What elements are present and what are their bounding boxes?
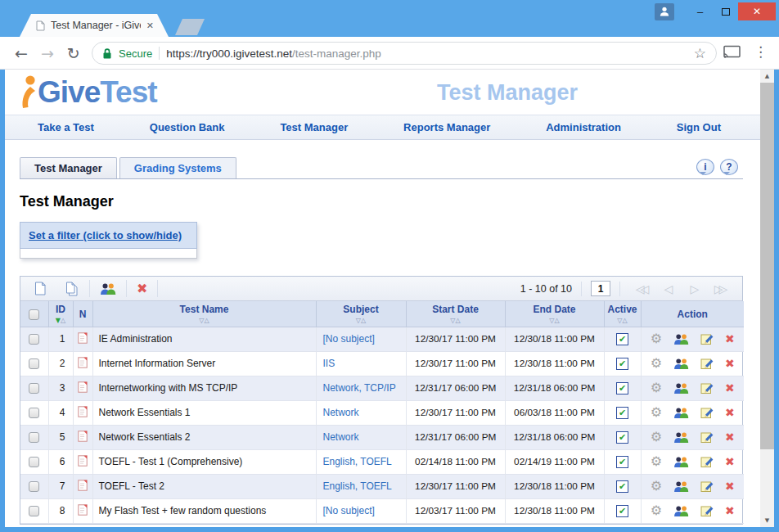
active-checkbox[interactable]: ✔ <box>616 505 628 517</box>
column-subject[interactable]: Subject ▽△ <box>316 301 406 327</box>
sort-asc-icon[interactable]: △ <box>205 317 209 324</box>
assign-users-icon[interactable] <box>673 407 689 419</box>
column-start-date[interactable]: Start Date ▽△ <box>406 301 505 327</box>
edit-icon[interactable] <box>700 431 714 444</box>
cast-icon[interactable] <box>723 45 741 59</box>
profile-button[interactable] <box>655 3 674 20</box>
next-page-icon[interactable]: ▷ <box>682 282 708 295</box>
sort-asc-icon[interactable]: △ <box>555 317 560 324</box>
delete-icon[interactable]: ✖ <box>725 333 735 345</box>
edit-icon[interactable] <box>700 504 714 517</box>
assign-users-icon[interactable] <box>673 505 689 517</box>
subject-link[interactable]: English, TOEFL <box>323 456 392 467</box>
bookmark-star-icon[interactable]: ☆ <box>694 45 706 61</box>
note-icon[interactable] <box>78 332 88 344</box>
filter-toggle-link[interactable]: Set a filter (click to show/hide) <box>29 229 182 241</box>
delete-icon[interactable]: ✖ <box>725 505 735 517</box>
note-icon[interactable] <box>78 406 88 417</box>
column-end-date[interactable]: End Date ▽△ <box>505 301 604 327</box>
browser-menu-icon[interactable]: ⋮ <box>754 43 768 60</box>
subject-link[interactable]: Network <box>323 431 359 443</box>
note-icon[interactable] <box>78 357 88 368</box>
prev-page-icon[interactable]: ◁ <box>655 282 682 295</box>
edit-icon[interactable] <box>700 406 714 419</box>
assign-users-icon[interactable] <box>673 358 689 370</box>
maximize-button[interactable] <box>713 2 738 20</box>
settings-icon[interactable]: ⚙ <box>651 455 662 468</box>
note-icon[interactable] <box>78 381 88 393</box>
settings-icon[interactable]: ⚙ <box>651 431 662 444</box>
minimize-button[interactable]: – <box>687 2 713 20</box>
last-page-icon[interactable]: ▷▷ <box>708 282 734 295</box>
delete-icon[interactable]: ✖ <box>725 431 735 444</box>
copy-test-icon[interactable] <box>65 282 79 296</box>
browser-tab[interactable]: Test Manager - iGiveTest ✕ <box>20 14 169 37</box>
active-checkbox[interactable]: ✔ <box>616 407 628 419</box>
subject-link[interactable]: [No subject] <box>323 333 375 345</box>
assign-users-icon[interactable] <box>673 456 689 468</box>
row-checkbox[interactable] <box>29 408 39 418</box>
select-all-checkbox[interactable] <box>29 309 39 320</box>
scrollbar-thumb[interactable] <box>760 83 774 449</box>
refresh-icon[interactable]: ↻ <box>67 43 80 64</box>
assign-users-icon[interactable] <box>673 480 689 493</box>
settings-icon[interactable]: ⚙ <box>651 332 662 345</box>
tab-close-icon[interactable]: ✕ <box>146 20 154 31</box>
column-id[interactable]: ID ▼△ <box>48 301 73 327</box>
row-checkbox[interactable] <box>29 432 39 443</box>
sort-asc-icon[interactable]: △ <box>623 317 628 324</box>
first-page-icon[interactable]: ◁◁ <box>629 282 655 295</box>
active-checkbox[interactable]: ✔ <box>616 358 628 370</box>
subject-link[interactable]: Network, TCP/IP <box>323 382 396 394</box>
subject-link[interactable]: Network <box>323 407 359 418</box>
edit-icon[interactable] <box>700 332 714 345</box>
nav-administration[interactable]: Administration <box>546 121 621 133</box>
assign-users-icon[interactable] <box>673 382 689 394</box>
delete-icon[interactable]: ✖ <box>725 358 735 370</box>
tab-test-manager[interactable]: Test Manager <box>20 157 117 178</box>
delete-icon[interactable]: ✖ <box>725 456 735 468</box>
active-checkbox[interactable]: ✔ <box>616 456 628 468</box>
delete-icon[interactable]: ✖ <box>725 480 735 493</box>
note-icon[interactable] <box>78 455 88 467</box>
new-test-icon[interactable] <box>34 282 47 295</box>
row-checkbox[interactable] <box>29 457 39 467</box>
settings-icon[interactable]: ⚙ <box>651 504 662 517</box>
column-test-name[interactable]: Test Name ▽△ <box>92 301 316 327</box>
scroll-down-icon[interactable]: ▼ <box>760 514 774 527</box>
edit-icon[interactable] <box>700 455 714 468</box>
subject-link[interactable]: [No subject] <box>323 505 375 516</box>
subject-link[interactable]: English, TOEFL <box>323 480 392 492</box>
edit-icon[interactable] <box>700 381 714 394</box>
close-button[interactable]: ✕ <box>738 2 776 20</box>
row-checkbox[interactable] <box>29 334 39 345</box>
active-checkbox[interactable]: ✔ <box>616 431 628 444</box>
column-active[interactable]: Active ▽△ <box>604 301 641 327</box>
note-icon[interactable] <box>78 480 88 491</box>
active-checkbox[interactable]: ✔ <box>616 382 628 394</box>
url-text[interactable]: https://try000.igivetest.net/test-manage… <box>166 47 381 60</box>
assign-users-icon[interactable] <box>673 333 689 345</box>
new-tab-button[interactable] <box>175 19 205 35</box>
nav-question-bank[interactable]: Question Bank <box>150 121 225 133</box>
scroll-up-icon[interactable]: ▲ <box>760 70 774 83</box>
row-checkbox[interactable] <box>29 383 39 394</box>
settings-icon[interactable]: ⚙ <box>651 357 662 370</box>
subject-link[interactable]: IIS <box>323 358 335 369</box>
delete-icon[interactable]: ✖ <box>725 382 735 394</box>
page-number-input[interactable] <box>591 281 610 296</box>
nav-take-a-test[interactable]: Take a Test <box>38 121 94 133</box>
edit-icon[interactable] <box>700 357 714 370</box>
note-icon[interactable] <box>78 431 88 442</box>
row-checkbox[interactable] <box>29 358 39 369</box>
delete-icon[interactable]: ✖ <box>725 407 735 419</box>
assign-users-icon[interactable] <box>100 282 116 295</box>
nav-reports-manager[interactable]: Reports Manager <box>403 121 490 133</box>
active-checkbox[interactable]: ✔ <box>616 480 628 493</box>
row-checkbox[interactable] <box>29 481 39 492</box>
info-icon[interactable]: i <box>696 159 714 175</box>
sort-asc-icon[interactable]: △ <box>61 317 65 324</box>
secure-label[interactable]: Secure <box>119 47 152 60</box>
assign-users-icon[interactable] <box>673 431 689 444</box>
delete-selected-icon[interactable]: ✖ <box>137 282 147 295</box>
